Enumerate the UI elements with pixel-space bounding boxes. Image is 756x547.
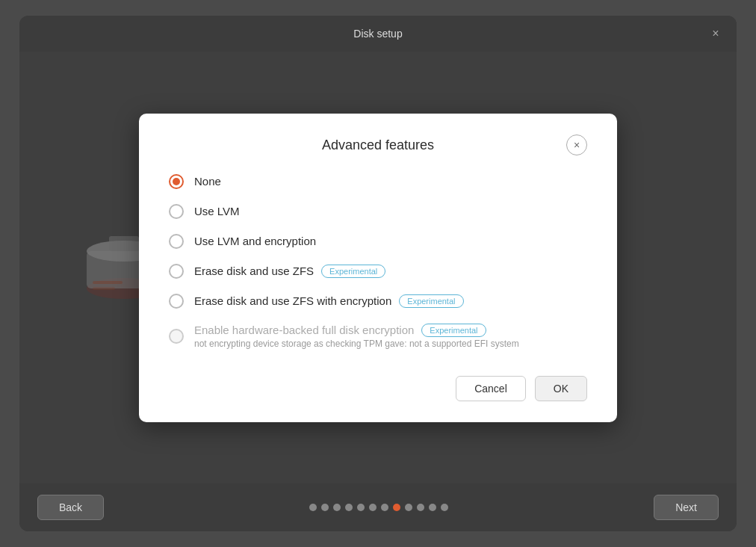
window-title: Disk setup [353,28,402,40]
progress-dot-7 [393,504,400,511]
radio-label-group-hw-encryption: Enable hardware-backed full disk encrypt… [194,324,519,349]
progress-dot-6 [381,504,388,511]
modal-dialog: Advanced features × None Use LVM [139,114,617,422]
radio-label-hw-encryption: Enable hardware-backed full disk encrypt… [194,324,414,336]
badge-zfs-encryption: Experimental [399,294,463,308]
radio-label-lvm: Use LVM [194,205,240,217]
radio-group: None Use LVM Use LVM and encryption [169,174,587,349]
radio-item-hw-encryption: Enable hardware-backed full disk encrypt… [169,324,587,349]
radio-label-lvm-encryption: Use LVM and encryption [194,235,316,247]
window-footer: Back Next [19,483,737,531]
modal-header: Advanced features × [169,137,587,153]
progress-dot-10 [429,504,436,511]
radio-label-zfs: Erase disk and use ZFS [194,265,314,277]
window-titlebar: Disk setup × [19,16,737,52]
radio-item-none[interactable]: None [169,174,587,189]
progress-dot-1 [321,504,329,511]
radio-circle-none [169,174,184,189]
badge-hw-encryption: Experimental [421,324,486,337]
radio-circle-lvm-encryption [169,234,184,249]
progress-dot-5 [369,504,377,511]
radio-sublabel-hw-encryption: not encrypting device storage as checkin… [194,339,519,349]
window-close-button[interactable]: × [707,25,725,43]
cancel-button[interactable]: Cancel [456,376,526,401]
radio-label-none: None [194,175,221,188]
radio-label-row-zfs-encryption: Erase disk and use ZFS with encryption E… [194,294,464,308]
progress-dot-3 [345,504,353,511]
progress-dot-4 [357,504,365,511]
progress-dot-9 [417,504,424,511]
radio-item-zfs[interactable]: Erase disk and use ZFS Experimental [169,264,587,279]
progress-dot-2 [333,504,341,511]
radio-circle-hw-encryption [169,329,184,344]
modal-footer: Cancel OK [169,376,587,401]
modal-overlay: Advanced features × None Use LVM [19,52,737,483]
radio-circle-lvm [169,204,184,219]
ok-button[interactable]: OK [535,376,587,401]
progress-dot-0 [309,504,317,511]
progress-dots [309,504,448,511]
radio-label-zfs-encryption: Erase disk and use ZFS with encryption [194,294,391,307]
radio-circle-zfs-encryption [169,294,184,309]
radio-label-row-zfs: Erase disk and use ZFS Experimental [194,265,385,278]
back-button[interactable]: Back [37,495,104,520]
radio-circle-zfs [169,264,184,279]
progress-dot-11 [441,504,448,511]
modal-close-button[interactable]: × [566,135,587,155]
radio-item-zfs-encryption[interactable]: Erase disk and use ZFS with encryption E… [169,294,587,309]
progress-dot-8 [405,504,412,511]
next-button[interactable]: Next [654,495,719,520]
radio-label-row-hw-encryption: Enable hardware-backed full disk encrypt… [194,324,519,337]
window-content: Advanced features × None Use LVM [19,52,737,483]
badge-zfs: Experimental [321,265,385,278]
outer-window: Disk setup × [19,16,737,531]
radio-item-lvm[interactable]: Use LVM [169,204,587,219]
modal-title: Advanced features [322,137,434,153]
radio-item-lvm-encryption[interactable]: Use LVM and encryption [169,234,587,249]
